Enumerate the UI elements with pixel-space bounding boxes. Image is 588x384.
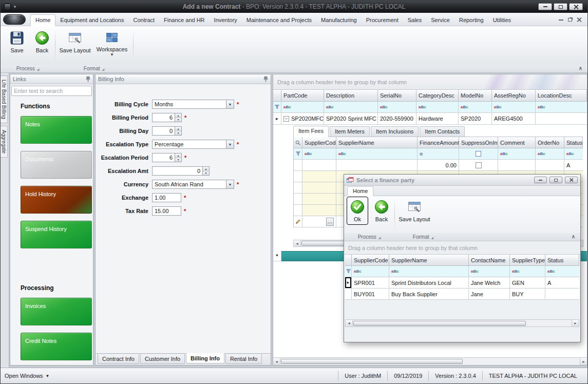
tab-billing-info[interactable]: Billing Info	[186, 353, 224, 363]
spin-up-icon[interactable]: ▲	[175, 113, 181, 118]
scroll-right-icon[interactable]: ►	[572, 320, 579, 327]
close-button[interactable]	[569, 3, 583, 10]
dialog-save-layout-button[interactable]: Save Layout	[397, 197, 431, 224]
tax-rate-field[interactable]: 15.00	[152, 206, 181, 216]
save-button[interactable]: Save	[5, 28, 29, 55]
grid-horizontal-scrollbar[interactable]: ◄ ►	[273, 357, 587, 365]
dialog-back-button[interactable]: Back	[371, 197, 392, 224]
pin-icon[interactable]	[86, 76, 90, 82]
filter-cell[interactable]: =	[418, 148, 459, 160]
filter-cell[interactable]: aBc	[469, 266, 510, 277]
credit-notes-button[interactable]: Credit Notes	[21, 333, 92, 360]
spin-down-icon[interactable]: ▼	[203, 171, 209, 176]
billing-cycle-dropdown[interactable]: Months▼	[152, 100, 234, 109]
invoices-button[interactable]: Invoices	[21, 298, 92, 325]
workspaces-button[interactable]: Workspaces ▼	[94, 28, 130, 58]
ribbon-tab-service[interactable]: Service	[426, 15, 454, 26]
column-header-suppressoninvoice[interactable]: SuppressOnInvoice	[459, 137, 498, 148]
tab-item-inclusions[interactable]: Item Inclusions	[371, 126, 419, 137]
filter-cell[interactable]: aBc	[536, 148, 564, 160]
ribbon-tab-inventory[interactable]: Inventory	[210, 15, 242, 26]
ribbon-tab-utilities[interactable]: Utilities	[488, 15, 516, 26]
escalation-type-dropdown[interactable]: Percentage▼	[152, 140, 234, 149]
filter-cell[interactable]: aBc	[324, 102, 378, 113]
minimize-button[interactable]	[538, 3, 552, 10]
ribbon-tab-procurement[interactable]: Procurement	[362, 15, 403, 26]
tab-customer-info[interactable]: Customer Info	[140, 354, 185, 364]
exchange-field[interactable]: 1.00	[152, 193, 181, 202]
sidetab-aggregate[interactable]: Aggregate	[1, 126, 8, 158]
filter-cell[interactable]	[459, 148, 498, 160]
group-launcher-icon[interactable]: ◢	[431, 236, 434, 239]
supplier-row-spr001[interactable]: ► SPR001 Sprint Distributors Local Jane …	[345, 277, 579, 289]
ribbon-tab-reporting[interactable]: Reporting	[454, 15, 488, 26]
ribbon-tab-home[interactable]: Home	[30, 14, 55, 26]
column-header-status[interactable]: Status	[564, 137, 583, 148]
dropdown-arrow-icon[interactable]: ▼	[226, 100, 234, 108]
column-header-suppliercode[interactable]: SupplierCode	[352, 255, 389, 266]
tab-item-contacts[interactable]: Item Contacts	[420, 126, 465, 137]
spin-down-icon[interactable]: ▼	[175, 158, 181, 162]
scroll-left-icon[interactable]: ◄	[346, 320, 353, 327]
scrollbar-thumb[interactable]	[281, 359, 463, 364]
scroll-left-icon[interactable]: ◄	[294, 240, 301, 246]
open-windows-button[interactable]: Open Windows ▼	[5, 373, 50, 379]
column-header-categorydesc[interactable]: CategoryDesc	[416, 90, 459, 102]
filter-cell[interactable]: aBc	[498, 148, 536, 160]
filter-cell[interactable]: aBc	[459, 102, 492, 113]
scroll-right-icon[interactable]: ►	[580, 358, 587, 365]
group-launcher-icon[interactable]: ◢	[378, 236, 381, 239]
search-icon[interactable]	[89, 88, 89, 94]
fees-data-row[interactable]: 0.00 A	[294, 160, 583, 171]
ribbon-tab-equipment-and-locations[interactable]: Equipment and Locations	[55, 15, 128, 26]
search-icon[interactable]	[295, 140, 300, 145]
application-menu-button[interactable]	[3, 14, 26, 25]
column-header-orderno[interactable]: OrderNo	[536, 137, 564, 148]
filter-cell[interactable]: aBc	[545, 266, 579, 277]
quick-access-caret-icon[interactable]: ▼	[13, 5, 17, 9]
suspend-history-button[interactable]: Suspend History	[21, 221, 92, 248]
column-header-suppliertype[interactable]: SupplierType	[510, 255, 545, 266]
hold-history-button[interactable]: Hold History	[21, 186, 92, 214]
ribbon-collapse-chevron-icon[interactable]: ∧	[579, 65, 582, 71]
group-launcher-icon[interactable]: ◢	[102, 68, 105, 71]
column-header-status[interactable]: Status	[545, 255, 579, 266]
filter-cell[interactable]: aBc	[536, 102, 587, 113]
dialog-tab-home[interactable]: Home	[347, 186, 373, 196]
ribbon-tab-finance-and-hr[interactable]: Finance and HR	[159, 15, 210, 26]
app-icon[interactable]	[4, 4, 11, 10]
mdi-restore-icon[interactable]	[568, 18, 572, 22]
notes-button[interactable]: Notes	[21, 116, 92, 144]
filter-cell[interactable]: aBc	[378, 102, 416, 113]
column-header-suppliername[interactable]: SupplierName	[336, 137, 418, 148]
spin-down-icon[interactable]: ▼	[175, 118, 181, 122]
grid-data-row[interactable]: ► −SP2020MFC SP2020 Sprint MFC 2020-5599…	[273, 113, 587, 125]
mdi-minimize-icon[interactable]	[559, 20, 563, 21]
spin-up-icon[interactable]: ▲	[175, 153, 181, 158]
escalation-amt-spinner[interactable]: 0▲▼	[152, 166, 210, 176]
ribbon-tab-sales[interactable]: Sales	[403, 15, 427, 26]
tab-item-fees[interactable]: Item Fees	[293, 126, 329, 137]
column-header-modelno[interactable]: ModelNo	[459, 90, 492, 102]
group-launcher-icon[interactable]: ◢	[37, 68, 40, 71]
ribbon-collapse-chevron-icon[interactable]: ∧	[572, 234, 575, 239]
tab-rental-info[interactable]: Rental Info	[225, 354, 262, 364]
save-layout-button[interactable]: Save Layout	[58, 28, 92, 55]
billing-period-spinner[interactable]: 6▲▼	[152, 113, 182, 122]
column-header-locationdesc[interactable]: LocationDesc	[536, 90, 587, 102]
ribbon-tab-manufacturing[interactable]: Manufacturing	[316, 15, 362, 26]
ribbon-tab-contract[interactable]: Contract	[129, 15, 160, 26]
billing-day-spinner[interactable]: 0▲▼	[152, 126, 182, 136]
ok-button[interactable]: Ok	[347, 197, 368, 224]
ribbon-tab-maintenance-and-projects[interactable]: Maintenance and Projects	[242, 15, 316, 26]
suppliercode-editor-cell[interactable]: …	[302, 216, 336, 227]
pin-icon[interactable]	[263, 76, 268, 82]
tab-contract-info[interactable]: Contract Info	[98, 354, 139, 364]
column-header-assetregno[interactable]: AssetRegNo	[492, 90, 536, 102]
escalation-period-spinner[interactable]: 6▲▼	[152, 153, 182, 162]
dropdown-arrow-icon[interactable]: ▼	[226, 140, 234, 148]
filter-cell[interactable]: aBc	[336, 148, 418, 160]
dialog-horizontal-scrollbar[interactable]: ◄ ►	[345, 319, 579, 327]
collapse-row-icon[interactable]: −	[283, 116, 289, 122]
mdi-close-icon[interactable]	[577, 17, 581, 22]
